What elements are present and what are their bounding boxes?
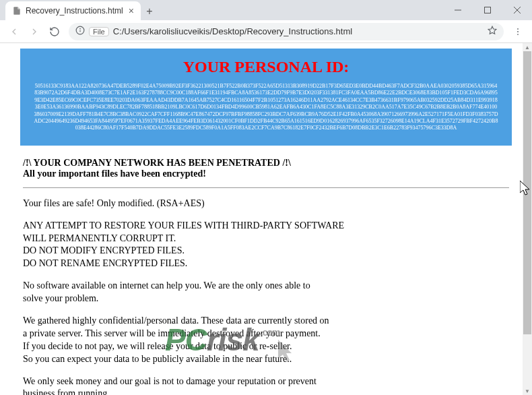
personal-id-panel: YOUR PERSONAL ID: 50516133C9183AA122A820… — [20, 49, 512, 146]
personal-id-value: 50516133C9183AA122A820736A47DEB5289F02E4… — [34, 83, 498, 132]
page-viewport: YOUR PERSONAL ID: 50516133C9183AA122A820… — [0, 43, 532, 395]
paragraph-safe: Your files are safe! Only modified. (RSA… — [23, 198, 509, 210]
bookmark-star-icon[interactable] — [488, 26, 497, 37]
forward-button[interactable] — [24, 22, 44, 42]
close-window-button[interactable] — [502, 0, 532, 20]
svg-marker-7 — [488, 26, 496, 34]
browser-tab[interactable]: Recovery_Instructions.html × — [5, 1, 141, 20]
tab-title: Recovery_Instructions.html — [26, 6, 123, 16]
paragraph-donot: ANY ATTEMPT TO RESTORE YOUR FILES WITH T… — [23, 220, 509, 271]
url-text: C:/Users/karolisliucveikis/Desktop/Recov… — [113, 26, 488, 36]
tab-close-button[interactable]: × — [129, 5, 134, 16]
paragraph-seekmoney: We only seek money and our goal is not t… — [23, 375, 509, 395]
file-protocol-chip: File — [89, 27, 109, 36]
reload-button[interactable] — [44, 22, 65, 42]
svg-point-9 — [517, 31, 519, 32]
svg-rect-1 — [485, 7, 491, 13]
warning-heading-1: /!\ YOUR COMPANY NETWORK HAS BEEN PENETR… — [23, 158, 509, 169]
divider — [23, 187, 509, 188]
scroll-up-arrow[interactable]: ▲ — [523, 43, 532, 51]
window-titlebar: Recovery_Instructions.html × + — [0, 0, 532, 20]
minimize-button[interactable] — [443, 0, 473, 20]
window-controls — [443, 0, 532, 20]
personal-id-heading: YOUR PERSONAL ID: — [34, 58, 498, 76]
page-content: YOUR PERSONAL ID: 50516133C9183AA122A820… — [0, 43, 532, 395]
svg-point-8 — [517, 28, 519, 29]
file-icon — [12, 6, 22, 16]
warning-heading-2: All your important files have been encry… — [23, 169, 509, 179]
scroll-thumb[interactable] — [523, 51, 531, 334]
svg-point-6 — [80, 28, 81, 29]
address-bar[interactable]: File C:/Users/karolisliucveikis/Desktop/… — [69, 23, 504, 40]
browser-toolbar: File C:/Users/karolisliucveikis/Desktop/… — [0, 20, 532, 43]
info-icon[interactable] — [75, 26, 85, 37]
paragraph-nosoftware: No software available on internet can he… — [23, 280, 509, 305]
vertical-scrollbar[interactable]: ▲ ▼ — [523, 43, 532, 395]
kebab-menu-button[interactable] — [508, 22, 528, 42]
back-button[interactable] — [4, 22, 24, 42]
new-tab-button[interactable]: + — [141, 3, 158, 20]
scroll-down-arrow[interactable]: ▼ — [523, 387, 532, 395]
paragraph-gathered: We gathered highly confidential/personal… — [23, 315, 509, 366]
svg-point-10 — [517, 34, 519, 35]
maximize-button[interactable] — [473, 0, 502, 20]
ransom-note-body: /!\ YOUR COMPANY NETWORK HAS BEEN PENETR… — [20, 146, 512, 395]
